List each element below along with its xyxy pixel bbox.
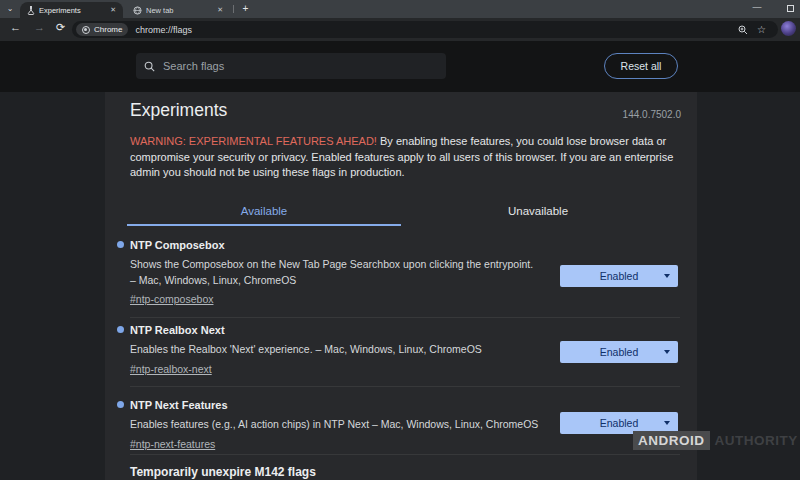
chrome-logo-icon [82, 26, 90, 34]
reload-icon[interactable]: ⟳ [56, 21, 65, 34]
flag-description: Shows the Composebox on the New Tab Page… [130, 257, 536, 288]
zoom-icon[interactable] [738, 25, 748, 35]
experimental-warning: WARNING: EXPERIMENTAL FEATURES AHEAD! By… [130, 134, 678, 181]
profile-avatar[interactable] [781, 21, 796, 36]
tab-strip: ⌄ Experiments ✕ New tab ✕ + — [0, 0, 800, 18]
flag-state-value: Enabled [600, 346, 639, 358]
window-minimize-button[interactable]: — [750, 1, 764, 15]
flag-permalink[interactable]: #ntp-composebox [130, 293, 213, 305]
flag-title: NTP Composebox [130, 239, 680, 251]
tab-available[interactable]: Available [127, 198, 401, 226]
chevron-down-icon [664, 274, 670, 278]
chrome-version: 144.0.7502.0 [623, 109, 681, 120]
flag-dot-icon [117, 326, 124, 333]
flags-search-box[interactable] [136, 53, 446, 79]
chevron-down-icon [664, 350, 670, 354]
chrome-url-chip[interactable]: Chrome [76, 23, 128, 36]
chevron-down-icon [664, 421, 670, 425]
flag-row-ntp-composebox: NTP Composebox Shows the Composebox on t… [130, 239, 680, 307]
tab-unavailable[interactable]: Unavailable [401, 198, 675, 226]
flag-dot-icon [117, 401, 124, 408]
search-flags-input[interactable] [163, 60, 438, 72]
new-tab-button[interactable]: + [239, 2, 252, 15]
search-icon [144, 61, 155, 72]
tab-search-button[interactable]: ⌄ [4, 3, 16, 15]
flag-row-ntp-realbox-next: NTP Realbox Next Enables the Realbox 'Ne… [130, 324, 680, 377]
availability-tabs: Available Unavailable [127, 198, 675, 226]
page-gutter-right [697, 92, 800, 480]
row-divider [130, 386, 680, 387]
page-title: Experiments [130, 100, 227, 121]
flag-title: NTP Realbox Next [130, 324, 680, 336]
bookmark-star-icon[interactable]: ☆ [757, 24, 766, 35]
warning-highlight: WARNING: EXPERIMENTAL FEATURES AHEAD! [130, 135, 377, 147]
android-authority-watermark: ANDROID AUTHORITY [633, 431, 798, 450]
url-text[interactable]: chrome://flags [135, 25, 738, 35]
back-icon[interactable]: ← [10, 21, 21, 33]
row-divider [130, 454, 680, 455]
flag-description: Enables features (e.g., AI action chips)… [130, 417, 600, 433]
flag-state-select[interactable]: Enabled [560, 341, 678, 363]
flag-state-value: Enabled [600, 270, 639, 282]
page-gutter-left [0, 92, 105, 480]
window-maximize-button[interactable] [787, 5, 794, 12]
forward-icon[interactable]: → [34, 21, 45, 33]
reset-all-button[interactable]: Reset all [604, 53, 678, 79]
watermark-android: ANDROID [633, 431, 710, 450]
flask-icon [27, 6, 35, 15]
browser-toolbar: ← → ⟳ Chrome chrome://flags ☆ [0, 18, 800, 41]
flag-state-select[interactable]: Enabled [560, 265, 678, 287]
tab-title: Experiments [39, 6, 108, 15]
globe-icon [133, 6, 142, 15]
tab-close-icon[interactable]: ✕ [108, 6, 118, 14]
tab-close-icon[interactable]: ✕ [215, 6, 225, 14]
flag-permalink[interactable]: #ntp-realbox-next [130, 363, 212, 375]
tab-new-tab[interactable]: New tab ✕ [126, 2, 230, 18]
flags-page-header: Reset all [0, 41, 800, 92]
flag-description: Enables the Realbox 'Next' experience. –… [130, 342, 600, 358]
tab-title: New tab [146, 6, 215, 15]
row-divider [130, 317, 680, 318]
experiments-panel: Experiments 144.0.7502.0 WARNING: EXPERI… [105, 92, 697, 480]
flag-state-value: Enabled [600, 417, 639, 429]
flag-row-ntp-next-features: NTP Next Features Enables features (e.g.… [130, 399, 680, 452]
address-bar[interactable]: Chrome chrome://flags ☆ [72, 21, 778, 38]
flag-permalink[interactable]: #ntp-next-features [130, 438, 215, 450]
tab-strip-divider [233, 5, 234, 13]
flag-title: NTP Next Features [130, 399, 680, 411]
flag-dot-icon [117, 241, 124, 248]
watermark-authority: AUTHORITY [715, 433, 798, 448]
chip-label: Chrome [94, 25, 122, 34]
tab-experiments[interactable]: Experiments ✕ [20, 2, 123, 18]
browser-window: ⌄ Experiments ✕ New tab ✕ + — ← → ⟳ [0, 0, 800, 480]
unexpire-section-title: Temporarily unexpire M142 flags [130, 465, 316, 479]
